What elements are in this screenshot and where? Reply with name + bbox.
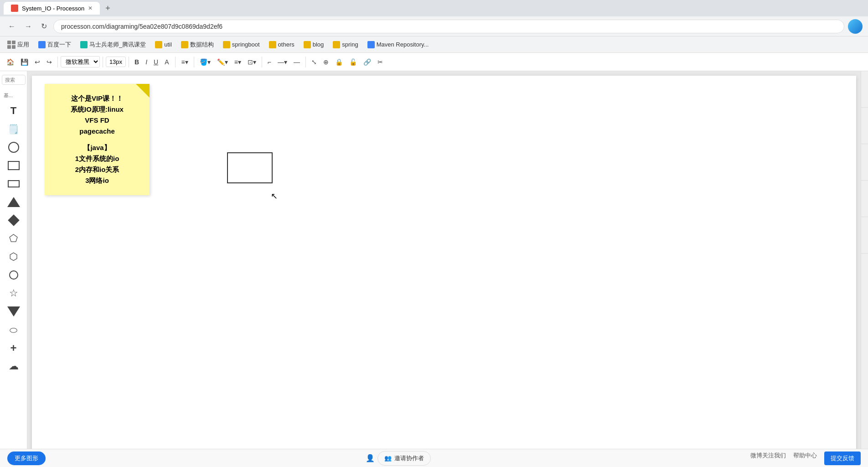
bookmark-maven-label: Maven Repository... xyxy=(377,41,429,48)
font-size-input[interactable] xyxy=(106,57,126,67)
cloud-shape-icon: ☁ xyxy=(9,360,19,372)
profile-avatar[interactable] xyxy=(848,19,863,34)
plus-shape-button[interactable]: + xyxy=(5,340,22,356)
more-shapes-button[interactable]: 更多图形 xyxy=(7,451,46,465)
bookmark-teacher[interactable]: 马士兵老师_腾讯课堂 xyxy=(77,39,150,51)
canvas-rectangle[interactable] xyxy=(227,152,273,183)
right-tab-4[interactable] xyxy=(861,181,868,217)
bookmark-baidu[interactable]: 百度一下 xyxy=(35,39,75,51)
refresh-button[interactable]: ↻ xyxy=(38,20,50,32)
browser-titlebar: System_IO - Processon ✕ + xyxy=(0,0,868,16)
underline-button[interactable]: U xyxy=(151,57,161,67)
arrow-down-shape-button[interactable] xyxy=(5,303,22,320)
weibo-follow-link[interactable]: 微博关注我们 xyxy=(750,451,786,465)
note-shape-button[interactable]: 🗒️ xyxy=(5,121,22,137)
align-button[interactable]: ≡▾ xyxy=(178,57,191,67)
bold-button[interactable]: B xyxy=(132,57,142,67)
sticky-corner xyxy=(136,84,150,98)
link-button[interactable]: 🔗 xyxy=(361,57,374,67)
bookmark-blog[interactable]: blog xyxy=(300,39,328,50)
font-color-button[interactable]: A xyxy=(162,57,172,67)
line-color-button[interactable]: ✏️▾ xyxy=(214,57,231,67)
right-tab-5[interactable] xyxy=(861,217,868,254)
bookmark-spring-label: spring xyxy=(342,41,358,48)
circle-sm-shape-button[interactable] xyxy=(5,267,22,283)
cloud-shape-button[interactable]: ☁ xyxy=(5,358,22,374)
baidu-icon xyxy=(38,41,46,48)
more-button[interactable]: ✂ xyxy=(375,57,386,67)
bookmark-util[interactable]: util xyxy=(151,39,176,50)
redo-button[interactable]: ↪ xyxy=(44,57,55,67)
bookmark-others[interactable]: others xyxy=(265,39,298,50)
circle-shape-button[interactable] xyxy=(5,139,22,156)
star-shape-button[interactable]: ☆ xyxy=(5,285,22,301)
sticky-note[interactable]: 这个是VIP课！！ 系统IO原理:linux VFS FD pagecache … xyxy=(45,84,150,195)
unlock-button[interactable]: 🔓 xyxy=(346,57,360,67)
connect-button[interactable]: ⊕ xyxy=(320,57,331,67)
rect-sm-shape-button[interactable] xyxy=(5,176,22,192)
feedback-button[interactable]: 提交反馈 xyxy=(824,451,861,465)
text-shape-button[interactable]: T xyxy=(5,103,22,119)
font-family-select[interactable]: 微软雅黑 xyxy=(61,56,100,67)
forward-button[interactable]: → xyxy=(22,21,35,32)
arrow-style-button[interactable]: — xyxy=(291,57,303,67)
left-panel: 基... T 🗒️ ⬠ ⬡ ☆ xyxy=(0,71,27,467)
move-button[interactable]: ⤡ xyxy=(309,57,320,67)
hexagon-shape-icon: ⬡ xyxy=(9,251,18,263)
canvas-inner[interactable]: 这个是VIP课！！ 系统IO原理:linux VFS FD pagecache … xyxy=(32,76,856,453)
bookmark-data-structure[interactable]: 数据结构 xyxy=(177,39,217,51)
sticky-line1: 这个是VIP课！！ xyxy=(52,93,142,104)
bookmark-blog-label: blog xyxy=(313,41,324,48)
right-tab-3[interactable] xyxy=(861,144,868,181)
apps-icon xyxy=(7,41,16,49)
italic-button[interactable]: I xyxy=(143,57,150,67)
sticky-spacer xyxy=(52,137,142,142)
main-layout: 基... T 🗒️ ⬠ ⬡ ☆ xyxy=(0,71,868,467)
save-button[interactable]: 💾 xyxy=(18,57,31,67)
lock-button[interactable]: 🔒 xyxy=(332,57,346,67)
tab-close-button[interactable]: ✕ xyxy=(88,5,93,11)
rect-shape-button[interactable] xyxy=(5,157,22,174)
tab-title: System_IO - Processon xyxy=(22,5,84,12)
star-shape-icon: ☆ xyxy=(9,287,18,299)
text-align-button[interactable]: ≡▾ xyxy=(232,57,244,67)
invite-button[interactable]: 👥 邀请协作者 xyxy=(377,451,431,466)
corner-button[interactable]: ⌐ xyxy=(265,57,274,67)
new-tab-button[interactable]: + xyxy=(103,2,112,15)
canvas-area[interactable]: 这个是VIP课！！ 系统IO原理:linux VFS FD pagecache … xyxy=(27,71,861,467)
bookmark-springboot[interactable]: springboot xyxy=(219,39,264,50)
url-input[interactable] xyxy=(53,20,844,33)
triangle-shape-button[interactable] xyxy=(5,194,22,210)
hexagon-shape-button[interactable]: ⬡ xyxy=(5,249,22,265)
diamond-shape-button[interactable] xyxy=(5,212,22,228)
undo-button[interactable]: ↩ xyxy=(32,57,43,67)
badge-shape-button[interactable]: ⬭ xyxy=(5,322,22,338)
pentagon-shape-button[interactable]: ⬠ xyxy=(5,230,22,247)
back-button[interactable]: ← xyxy=(5,21,18,32)
bookmark-spring[interactable]: spring xyxy=(329,39,362,50)
sticky-line9: 3网络io xyxy=(52,175,142,186)
toolbar-separator-2 xyxy=(103,57,103,67)
sticky-line6: 【java】 xyxy=(52,142,142,153)
pentagon-shape-icon: ⬠ xyxy=(9,233,18,244)
bookmark-apps[interactable]: 应用 xyxy=(4,39,33,51)
spring-icon xyxy=(333,41,340,48)
line-style-button[interactable]: —▾ xyxy=(275,57,290,67)
fill-color-button[interactable]: 🪣▾ xyxy=(197,57,213,67)
blog-icon xyxy=(304,41,311,48)
note-shape-icon: 🗒️ xyxy=(8,124,19,135)
maven-icon xyxy=(367,41,375,48)
right-tab-2[interactable] xyxy=(861,108,868,144)
help-center-link[interactable]: 帮助中心 xyxy=(793,451,817,465)
invite-icon-group: 👥 xyxy=(384,455,392,462)
home-button[interactable]: 🏠 xyxy=(4,57,17,67)
border-style-button[interactable]: ⊡▾ xyxy=(245,57,259,67)
bookmark-maven[interactable]: Maven Repository... xyxy=(364,39,433,50)
right-sidebar xyxy=(861,71,868,467)
shape-search-input[interactable] xyxy=(2,75,26,85)
right-tab-1[interactable] xyxy=(861,71,868,108)
toolbar-separator-1 xyxy=(57,57,58,67)
invite-label: 邀请协作者 xyxy=(394,454,424,462)
browser-tab[interactable]: System_IO - Processon ✕ xyxy=(4,2,100,15)
bookmark-baidu-label: 百度一下 xyxy=(47,41,71,49)
